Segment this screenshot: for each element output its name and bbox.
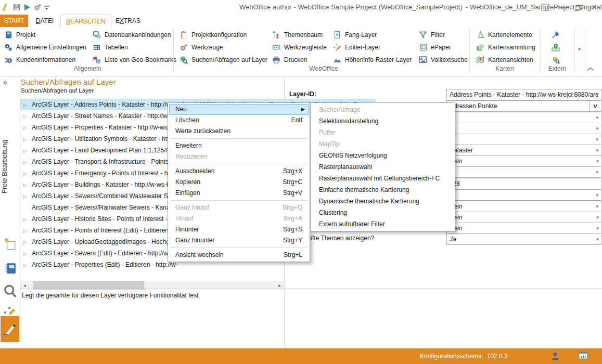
ribbon-item-hoeheninfo-raster-layer[interactable]: Höheninfo-Raster-Layer [333, 54, 412, 66]
submenu-item-dynamische-thematische-kartierung[interactable]: Dynamische thematische Kartierung [312, 196, 454, 207]
ribbon-item-datenbankanbindungen[interactable]: Datenbankanbindungen [93, 29, 171, 41]
collapse-ribbon-icon[interactable] [587, 66, 594, 71]
ribbon-item-extern-marker[interactable] [552, 42, 560, 53]
ribbon-item-tabellen[interactable]: Tabellen [93, 42, 128, 53]
tree-row[interactable]: ▷ArcGIS Layer - Street Names - Kataster … [20, 110, 179, 122]
tree-row[interactable]: ▷ArcGIS Layer - Emergency - Points of In… [20, 167, 178, 179]
field-layer-source[interactable]: Address Points - Kataster - http://w-ws-… [446, 89, 601, 100]
tree-row[interactable]: ▷ArcGIS Layer - Sewers//Rainwater Sewers… [20, 202, 182, 213]
expander-icon[interactable]: ▷ [23, 99, 30, 111]
sidebar-tool-new[interactable] [1, 232, 19, 256]
save-icon[interactable] [12, 3, 21, 11]
tree-row[interactable]: ▷ArcGIS Layer - Historic Sites - Points … [20, 213, 180, 225]
field-3[interactable] [446, 112, 601, 123]
sidebar-tool-free-editing[interactable] [1, 316, 19, 342]
field-7[interactable]: Nein [446, 155, 601, 167]
ribbon-item-filter[interactable]: Filter [419, 29, 445, 41]
tree-row[interactable]: ▷ArcGIS Layer - Points of Interest (Edit… [20, 225, 179, 236]
field-linked-themes[interactable]: Ja [446, 233, 601, 245]
field-11[interactable]: Nein [446, 201, 601, 212]
ribbon-item-epaper[interactable]: ePaper [419, 42, 451, 53]
expander-icon[interactable]: ▷ [23, 259, 30, 271]
expander-icon[interactable]: ▷ [23, 248, 30, 259]
field-128[interactable]: 128 [446, 178, 601, 189]
ribbon-item-kartenansichten[interactable]: Kartenansichten [476, 54, 533, 66]
menu-item-loeschen[interactable]: LöschenEntf [169, 115, 309, 126]
tree-row[interactable]: ▷ArcGIS Layer - Utilization Symbols - Ka… [20, 133, 177, 145]
ribbon-item-werkzeugleiste[interactable]: Werkzeugleiste [272, 42, 327, 53]
tree-row[interactable]: ▷ArcGIS Layer - Sewers (Edit) - Editiere… [20, 248, 180, 259]
ribbon-item-kartensammlung[interactable]: Kartensammlung [476, 42, 535, 53]
expander-icon[interactable]: ▷ [23, 134, 30, 145]
expander-icon[interactable]: ▷ [23, 145, 30, 157]
menu-item-ganz-hinunter[interactable]: Ganz hinunterStrg+Y [169, 235, 309, 246]
sidebar-tool-notebook[interactable] [1, 256, 19, 280]
menu-item-werte-zuruecksetzen[interactable]: Werte zurücksetzen [169, 126, 309, 137]
customize-quickaccess-icon[interactable] [44, 5, 52, 13]
ribbon-item-extern-suche[interactable] [552, 54, 560, 66]
tree-row[interactable]: ▷ArcGIS Layer - UploadGeotaggedImages - … [20, 236, 178, 248]
field-4[interactable] [446, 123, 601, 134]
ribbon-item-werkzeuge[interactable]: Werkzeuge [180, 42, 223, 53]
field-12[interactable]: Nein [446, 212, 601, 223]
field-13[interactable]: Nein [446, 223, 601, 234]
submenu-item-einfache-thematische-kartierung[interactable]: Einfache thematische Kartierung [312, 184, 454, 196]
tab-datei[interactable]: DATEI [29, 15, 60, 27]
tree-row[interactable]: ▷ArcGIS Layer - Sewers//Combined Wastewa… [20, 190, 180, 202]
tools-quick-icon[interactable] [33, 3, 42, 11]
expander-icon[interactable]: ▷ [23, 225, 30, 237]
ribbon-item-drucken[interactable]: Drucken [272, 54, 308, 66]
variable-button[interactable]: v [589, 101, 601, 111]
menu-item-erweitern[interactable]: Erweitern [169, 140, 309, 151]
minimize-button[interactable] [555, 2, 569, 12]
tab-start[interactable]: START [0, 15, 28, 27]
run-icon[interactable] [23, 3, 31, 11]
expander-icon[interactable]: ▷ [23, 237, 30, 248]
expander-icon[interactable]: ▷ [23, 214, 30, 225]
tree-row[interactable]: ▷ArcGIS Layer - Land Development Plan 1:… [20, 145, 183, 156]
expander-icon[interactable]: ▷ [23, 157, 30, 168]
ribbon-item-suchen-abfragen-auf-layer[interactable]: Suchen/Abfragen auf Layer [180, 54, 267, 66]
edit-pencil-icon[interactable] [2, 3, 10, 11]
ribbon-item-allgemeine-einstellungen[interactable]: Allgemeine Einstellungen [4, 42, 86, 53]
sidebar-tool-search[interactable] [1, 279, 19, 303]
expander-icon[interactable]: ▷ [23, 191, 30, 202]
ribbon-item-geo-bookmarks[interactable]: Liste von Geo-Bookmarks [93, 54, 176, 66]
field-5[interactable] [446, 134, 601, 145]
tab-extras[interactable]: EXTRAS [111, 15, 145, 27]
submenu-item-rasterplanauswahl[interactable]: Rasterplanauswahl [312, 161, 454, 173]
statistics-icon[interactable] [579, 352, 588, 361]
ribbon-item-kundeninformationen[interactable]: Kundeninformationen [4, 54, 75, 66]
expander-icon[interactable]: ▷ [23, 168, 30, 179]
menu-item-ansicht-wechseln[interactable]: Ansicht wechselnStrg+L [169, 250, 309, 261]
field-10[interactable] [446, 189, 601, 201]
field-kataster[interactable]: Kataster [446, 145, 601, 156]
ribbon-item-extern-pin[interactable] [552, 29, 560, 41]
menu-item-kopieren[interactable]: KopierenStrg+C [169, 177, 309, 188]
menu-item-ausschneiden[interactable]: AusschneidenStrg+X [169, 166, 309, 177]
submenu-item-geonis-netzverfolgung[interactable]: GEONIS Netzverfolgung [312, 150, 454, 161]
ribbon-item-projektkonfiguration[interactable]: Projektkonfiguration [180, 29, 247, 41]
field-8[interactable] [446, 166, 601, 178]
ribbon-item-themenbaum[interactable]: Themenbaum [272, 29, 323, 41]
submenu-item-rasterplanauswahl-geltungsbereich[interactable]: Rasterplanauswahl mit Geltungsbereich-FC [312, 173, 454, 184]
maximize-button[interactable] [571, 2, 586, 12]
tree-row[interactable]: ▷ArcGIS Layer - Transport & Infrastructu… [20, 156, 175, 167]
ribbon-item-kartenelemente[interactable]: Kartenelemente [476, 29, 532, 41]
close-button[interactable]: × [587, 2, 601, 12]
pin-ribbon-icon[interactable] [538, 2, 553, 12]
user-icon[interactable] [550, 352, 560, 361]
menu-item-hinunter[interactable]: HinunterStrg+S [169, 224, 309, 235]
ribbon-flyout-arrow-icon[interactable]: ▸ [579, 46, 581, 51]
expand-rail-icon[interactable]: » [3, 78, 7, 86]
expander-icon[interactable]: ▷ [23, 122, 30, 134]
menu-item-neu[interactable]: Neu▶ [169, 104, 309, 115]
ribbon-item-editier-layer[interactable]: Editier-Layer [333, 42, 380, 53]
tree-row[interactable]: ▷ArcGIS Layer - Buildings - Kataster - h… [20, 179, 176, 190]
submenu-item-extern-aufrufbarer-filter[interactable]: Extern aufrufbarer Filter [312, 218, 454, 230]
menu-item-einfuegen[interactable]: EinfügenStrg+V [169, 188, 309, 199]
field-layer-name[interactable]: Adressen Punktev [446, 100, 601, 112]
ribbon-item-projekt[interactable]: Projekt [4, 29, 35, 41]
expander-icon[interactable]: ▷ [23, 179, 30, 191]
ribbon-item-fang-layer[interactable]: Fang-Layer [333, 29, 377, 41]
